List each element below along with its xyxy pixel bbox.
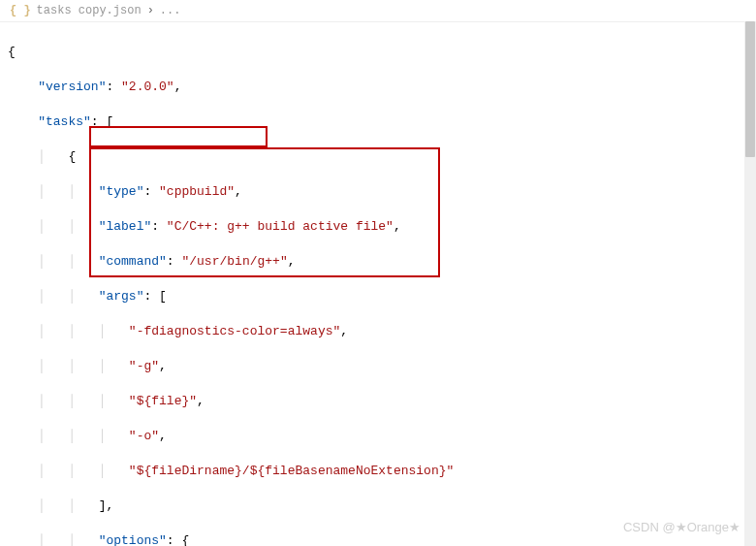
chevron-right-icon: ›	[147, 4, 154, 17]
json-string: "/usr/bin/g++"	[181, 254, 287, 269]
json-string: "${file}"	[129, 394, 197, 408]
breadcrumb-file[interactable]: tasks copy.json	[37, 4, 142, 17]
json-key: "label"	[99, 219, 152, 234]
json-string: "cppbuild"	[159, 184, 235, 199]
json-file-icon: { }	[10, 4, 31, 17]
json-key: "version"	[38, 80, 106, 94]
json-string: "2.0.0"	[121, 80, 174, 94]
brace-open: {	[68, 149, 76, 164]
json-key: "args"	[99, 289, 144, 304]
scrollbar-track[interactable]	[744, 21, 756, 546]
watermark: CSDN @★Orange★	[623, 520, 740, 534]
json-string: "-g"	[129, 359, 159, 373]
json-key: "command"	[99, 254, 167, 269]
code-editor[interactable]: { "version": "2.0.0", "tasks": [ │ { │ │…	[0, 22, 756, 546]
json-key: "type"	[99, 184, 144, 199]
json-key: "options"	[99, 533, 167, 546]
json-string: "-fdiagnostics-color=always"	[129, 324, 340, 338]
scrollbar-thumb[interactable]	[745, 21, 755, 157]
json-key: "tasks"	[38, 114, 91, 129]
breadcrumb-ellipsis[interactable]: ...	[160, 4, 181, 17]
json-string: "-o"	[129, 429, 159, 443]
breadcrumb[interactable]: { } tasks copy.json › ...	[0, 0, 756, 22]
json-string: "C/C++: g++ build active file"	[167, 219, 394, 234]
brace-open: {	[8, 45, 16, 59]
json-string: "${fileDirname}/${fileBasenameNoExtensio…	[129, 464, 454, 478]
